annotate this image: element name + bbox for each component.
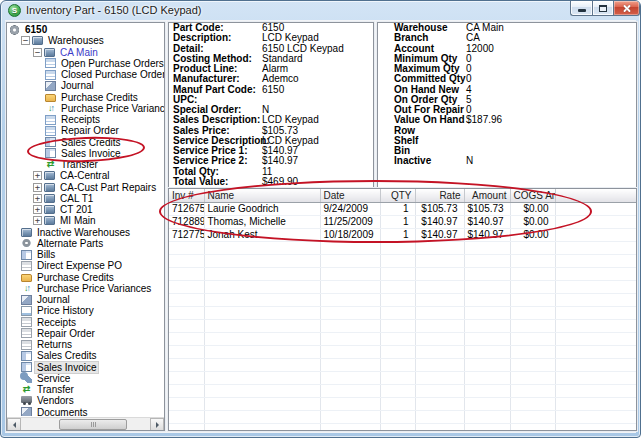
column-header-name[interactable]: Name bbox=[204, 189, 320, 202]
grid-blue-icon bbox=[45, 115, 56, 125]
cell-empty bbox=[204, 410, 320, 423]
table-row-invoice-712775[interactable]: 712775Jonah Kest10/18/20091$140.97$140.9… bbox=[169, 228, 636, 241]
cell-empty bbox=[380, 280, 415, 293]
detail-label: Manufacturer: bbox=[173, 74, 262, 84]
column-header-date[interactable]: Date bbox=[320, 189, 380, 202]
cell-empty bbox=[415, 397, 464, 410]
tree-item-label: Sales Credits bbox=[59, 137, 122, 148]
tree-item-inactive-warehouses[interactable]: Inactive Warehouses bbox=[7, 227, 164, 238]
warehouse-icon bbox=[44, 194, 55, 203]
tree-item-documents[interactable]: Documents bbox=[7, 407, 164, 417]
close-button[interactable] bbox=[614, 1, 640, 16]
expand-icon[interactable]: + bbox=[33, 183, 42, 192]
column-header-inv[interactable]: Inv # bbox=[169, 189, 204, 202]
expand-icon[interactable]: + bbox=[33, 216, 42, 225]
cell-empty bbox=[169, 280, 204, 293]
tree-item-cal-t1[interactable]: +CAL T1 bbox=[7, 193, 164, 204]
column-header-amount[interactable]: Amount bbox=[464, 189, 510, 202]
tree-item-receipts[interactable]: Receipts bbox=[7, 114, 164, 125]
tree-item-journal[interactable]: Journal bbox=[7, 294, 164, 305]
app-icon[interactable]: S bbox=[8, 4, 21, 17]
cell-empty bbox=[320, 410, 380, 423]
tree-item-bills[interactable]: Bills bbox=[7, 249, 164, 260]
tree-item-sales-credits[interactable]: Sales Credits bbox=[7, 137, 164, 148]
table-empty-row bbox=[169, 423, 636, 431]
tree-item-label: Sales Invoice bbox=[35, 362, 98, 373]
collapse-icon[interactable]: − bbox=[33, 48, 42, 57]
tree-item-sales-credits[interactable]: Sales Credits bbox=[7, 350, 164, 361]
tree-item-price-history[interactable]: Price History bbox=[7, 305, 164, 316]
tree-item-service[interactable]: Service bbox=[7, 373, 164, 384]
tree-item-receipts[interactable]: Receipts bbox=[7, 317, 164, 328]
tree-item-label: CA-Central bbox=[58, 170, 111, 181]
tree-horizontal-scrollbar[interactable] bbox=[7, 417, 164, 430]
scroll-left-button[interactable] bbox=[7, 418, 21, 431]
title-bar[interactable]: S Inventory Part - 6150 (LCD Keypad) bbox=[1, 1, 640, 20]
tree-item-returns[interactable]: Returns bbox=[7, 339, 164, 350]
tree-item-closed-purchase-orders[interactable]: Closed Purchase Orders bbox=[7, 69, 164, 80]
scroll-right-button[interactable] bbox=[150, 418, 164, 431]
tree-item-label: Direct Expense PO bbox=[35, 260, 124, 271]
tree-item-ca-cust-part-repairs[interactable]: +CA-Cust Part Repairs bbox=[7, 182, 164, 193]
cell-empty bbox=[510, 293, 555, 306]
tree-item-sales-invoice[interactable]: Sales Invoice bbox=[7, 362, 164, 373]
tree-item-repair-order[interactable]: Repair Order bbox=[7, 328, 164, 339]
tree-item-label: MI Main bbox=[58, 215, 98, 226]
tree-item-ca-main[interactable]: −CA Main bbox=[7, 47, 164, 58]
collapse-icon[interactable]: − bbox=[21, 36, 30, 45]
tree-item-purchase-credits[interactable]: Purchase Credits bbox=[7, 92, 164, 103]
cell-name: Thomas, Michelle bbox=[204, 215, 320, 228]
tree-item-purchase-price-variance[interactable]: Purchase Price Variance bbox=[7, 103, 164, 114]
expand-icon[interactable]: + bbox=[33, 171, 42, 180]
tree-item-label: CAL T1 bbox=[58, 193, 95, 204]
tree-item-6150[interactable]: 6150 bbox=[7, 24, 164, 35]
tree-item-transfer[interactable]: Transfer bbox=[7, 384, 164, 395]
tree-item-transfer[interactable]: Transfer bbox=[7, 159, 164, 170]
cell-empty bbox=[464, 410, 510, 423]
cell-empty bbox=[380, 293, 415, 306]
tree-item-journal[interactable]: Journal bbox=[7, 80, 164, 91]
tree-item-repair-order[interactable]: Repair Order bbox=[7, 125, 164, 136]
tree-item-direct-expense-po[interactable]: Direct Expense PO bbox=[7, 260, 164, 271]
tree-item-purchase-price-variances[interactable]: Purchase Price Variances bbox=[7, 283, 164, 294]
column-header-filler[interactable] bbox=[555, 189, 636, 202]
warehouse-icon bbox=[44, 48, 55, 57]
column-header-cogs-amt[interactable]: COGS Amt bbox=[510, 189, 555, 202]
cell-empty bbox=[204, 397, 320, 410]
tree-item-label: Journal bbox=[59, 80, 96, 91]
invoice-table-body: 712675Laurie Goodrich9/24/20091$105.73$1… bbox=[169, 202, 636, 431]
scrollbar-thumb[interactable] bbox=[59, 419, 127, 430]
expand-icon[interactable]: + bbox=[33, 194, 42, 203]
table-row-invoice-712889[interactable]: 712889Thomas, Michelle11/25/20091$140.97… bbox=[169, 215, 636, 228]
expand-icon[interactable]: + bbox=[33, 205, 42, 214]
minimize-button[interactable] bbox=[570, 1, 592, 16]
maximize-button[interactable] bbox=[592, 1, 614, 16]
cell-cogs-amt: $0.00 bbox=[510, 202, 555, 215]
tree-item-sales-invoice[interactable]: Sales Invoice bbox=[7, 148, 164, 159]
tree-item-label: CT 201 bbox=[58, 204, 95, 215]
cell-empty bbox=[204, 241, 320, 254]
cell-empty bbox=[169, 241, 204, 254]
tree-item-alternate-parts[interactable]: Alternate Parts bbox=[7, 238, 164, 249]
sheet-icon bbox=[45, 148, 56, 158]
tree-item-mi-main[interactable]: +MI Main bbox=[7, 215, 164, 226]
cell-empty bbox=[204, 358, 320, 371]
column-header-rate[interactable]: Rate bbox=[415, 189, 464, 202]
cell-empty bbox=[415, 241, 464, 254]
tree-item-vendors[interactable]: Vendors bbox=[7, 395, 164, 406]
tree-item-open-purchase-orders[interactable]: Open Purchase Orders bbox=[7, 58, 164, 69]
cell-empty bbox=[510, 254, 555, 267]
warehouse-icon bbox=[32, 36, 43, 45]
tree-item-purchase-credits[interactable]: Purchase Credits bbox=[7, 272, 164, 283]
tree-item-label: Transfer bbox=[35, 384, 76, 395]
detail-label: Service Price 2: bbox=[173, 156, 262, 166]
cell-empty bbox=[204, 280, 320, 293]
tree-item-ca-central[interactable]: +CA-Central bbox=[7, 170, 164, 181]
cell-qty: 1 bbox=[380, 202, 415, 215]
tree-item-warehouses[interactable]: −Warehouses bbox=[7, 35, 164, 46]
table-row-invoice-712675[interactable]: 712675Laurie Goodrich9/24/20091$105.73$1… bbox=[169, 202, 636, 215]
sheet-icon bbox=[21, 362, 32, 372]
column-header-qty[interactable]: QTY bbox=[380, 189, 415, 202]
warehouse-icon bbox=[44, 205, 55, 214]
tree-item-ct-201[interactable]: +CT 201 bbox=[7, 204, 164, 215]
